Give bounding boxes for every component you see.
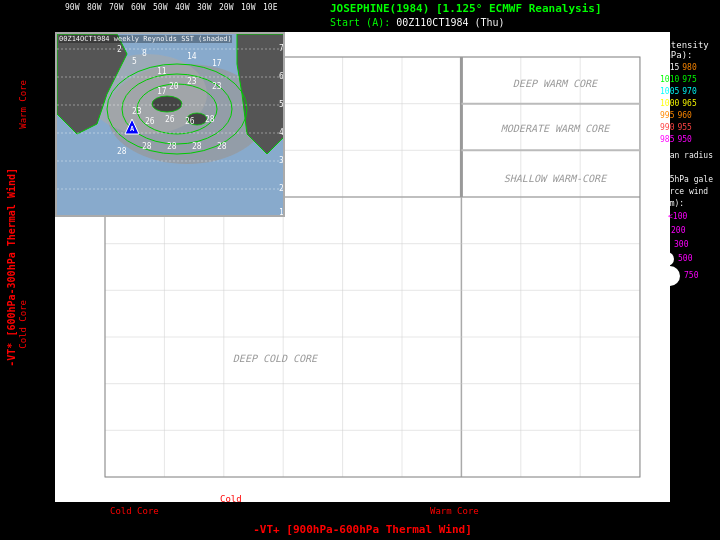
svg-text:20N: 20N	[279, 184, 285, 193]
warm-core-left-label: Warm Core	[18, 80, 28, 129]
cold-label: Cold	[220, 494, 242, 504]
svg-text:2: 2	[117, 45, 122, 54]
gale-dot	[660, 215, 664, 219]
gale-label: 500	[678, 252, 692, 266]
svg-text:14: 14	[187, 52, 197, 61]
svg-text:28: 28	[117, 147, 127, 156]
gale-row: 500	[660, 252, 718, 266]
svg-text:70N: 70N	[279, 44, 285, 53]
svg-text:200: 200	[572, 484, 588, 494]
svg-text:MODERATE WARM CORE: MODERATE WARM CORE	[501, 123, 611, 134]
svg-text:28: 28	[192, 142, 202, 151]
start-value: 00Z110CT1984 (Thu)	[396, 17, 504, 28]
svg-text:17: 17	[212, 59, 222, 68]
svg-text:23: 23	[132, 107, 142, 116]
y-axis-text: -VT* [600hPa-300hPa Thermal Wind]	[6, 168, 17, 367]
start-label: Start (A):	[330, 17, 390, 28]
svg-text:SHALLOW WARM-CORE: SHALLOW WARM-CORE	[504, 173, 608, 184]
legend-value: 950	[677, 134, 691, 146]
gale-label: <100	[668, 210, 687, 224]
lon-label: 80W	[87, 3, 109, 12]
cold-core-bottom-label: Cold Core	[110, 506, 159, 516]
svg-text:23: 23	[212, 82, 222, 91]
legend-row: 1010 975	[660, 74, 718, 86]
lon-label: 40W	[175, 3, 197, 12]
map-inset-svg: 2 5 8 11 14 17 17 20 23 23 23 26 26 26 2…	[57, 34, 285, 217]
svg-text:20: 20	[169, 82, 179, 91]
svg-text:30N: 30N	[279, 156, 285, 165]
svg-text:26: 26	[165, 115, 175, 124]
gale-legend-title: Mean radius of925hPa galeforce wind (km)…	[660, 150, 718, 210]
svg-text:-200: -200	[77, 286, 99, 296]
main-container: 90W 80W 70W 60W 50W 40W 30W 20W 10W 10E …	[0, 0, 720, 540]
gale-dot	[660, 266, 680, 286]
svg-text:11: 11	[157, 67, 167, 76]
legend-title: Intensity (hPa):	[660, 40, 718, 60]
intensity-legend: Intensity (hPa): 1015 980 1010 975 1005 …	[660, 40, 718, 286]
gale-dot	[660, 252, 674, 266]
svg-text:-100: -100	[77, 240, 99, 250]
legend-value: 960	[677, 110, 691, 122]
legend-value: 955	[677, 122, 691, 134]
svg-text:DEEP WARM CORE: DEEP WARM CORE	[513, 78, 599, 89]
svg-text:50N: 50N	[279, 100, 285, 109]
svg-text:28: 28	[167, 142, 177, 151]
warm-core-bottom-label: Warm Core	[430, 506, 479, 516]
legend-value: 1010	[660, 74, 679, 86]
legend-value: 1000	[660, 98, 679, 110]
svg-text:60N: 60N	[279, 72, 285, 81]
svg-text:-500: -500	[77, 426, 99, 436]
legend-row: 1005 970	[660, 86, 718, 98]
svg-text:10N: 10N	[279, 208, 285, 217]
svg-text:8: 8	[142, 49, 147, 58]
lon-label: 30W	[197, 3, 219, 12]
lon-label: 70W	[109, 3, 131, 12]
legend-value: 980	[682, 62, 696, 74]
legend-value: 995	[660, 110, 674, 122]
svg-text:-100: -100	[391, 484, 413, 494]
svg-text:26: 26	[145, 117, 155, 126]
map-inset-title: 00Z14OCT1984 weekly Reynolds SST (shaded…	[59, 35, 232, 43]
legend-value: 970	[682, 86, 696, 98]
cold-core-left-label: Cold Core	[18, 300, 28, 349]
svg-text:DEEP COLD CORE: DEEP COLD CORE	[233, 353, 319, 364]
legend-value: 975	[682, 74, 696, 86]
legend-value: 985	[660, 134, 674, 146]
svg-text:-200: -200	[332, 484, 354, 494]
gale-dot	[660, 228, 667, 235]
gale-label: 300	[674, 238, 688, 252]
legend-value: 965	[682, 98, 696, 110]
legend-row: 985 950	[660, 134, 718, 146]
storm-title: JOSEPHINE(1984) [1.125° ECMWF Reanalysis…	[330, 2, 602, 15]
svg-text:40N: 40N	[279, 128, 285, 137]
legend-row: 1015 980	[660, 62, 718, 74]
legend-value: 1005	[660, 86, 679, 98]
svg-text:300: 300	[631, 484, 647, 494]
legend-value: 990	[660, 122, 674, 134]
svg-text:5: 5	[132, 57, 137, 66]
legend-value: 1015	[660, 62, 679, 74]
svg-text:0: 0	[459, 484, 464, 494]
svg-text:23: 23	[187, 77, 197, 86]
lon-label: 60W	[131, 3, 153, 12]
svg-text:28: 28	[205, 115, 215, 124]
legend-row: 995 960	[660, 110, 718, 122]
svg-text:-400: -400	[77, 380, 99, 390]
legend-row: 990 955	[660, 122, 718, 134]
gale-row: 300	[660, 238, 718, 252]
svg-text:17: 17	[157, 87, 167, 96]
lon-label: 10W	[241, 3, 263, 12]
svg-point-54	[152, 96, 182, 112]
svg-text:28: 28	[217, 142, 227, 151]
svg-text:28: 28	[142, 142, 152, 151]
svg-text:26: 26	[185, 117, 195, 126]
gale-label: 750	[684, 269, 698, 283]
gale-label: 200	[671, 224, 685, 238]
svg-text:-300: -300	[272, 484, 294, 494]
longitude-scale: 90W 80W 70W 60W 50W 40W 30W 20W 10W 10E	[65, 3, 285, 12]
svg-text:-400: -400	[213, 484, 235, 494]
lon-label: 50W	[153, 3, 175, 12]
legend-row: 1000 965	[660, 98, 718, 110]
svg-text:-600: -600	[94, 484, 116, 494]
svg-text:-600: -600	[77, 473, 99, 483]
